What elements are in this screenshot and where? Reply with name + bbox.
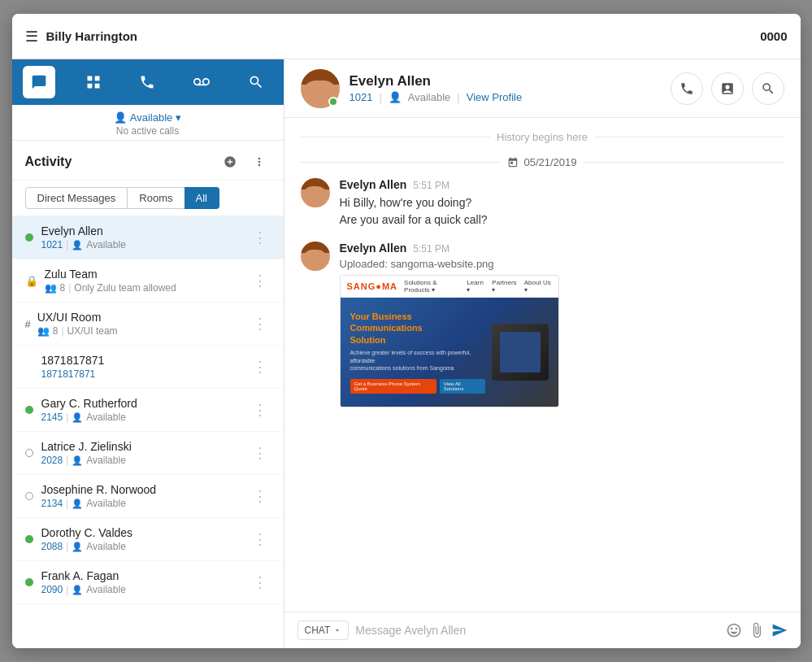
- user-icon-sm: 👤: [72, 412, 83, 423]
- contact-ext: 2134: [41, 498, 63, 509]
- contact-status: Available: [86, 498, 125, 509]
- contact-status: Available: [86, 584, 125, 595]
- contact-ext: 2028: [41, 455, 63, 466]
- user-icon: 👤: [114, 111, 127, 124]
- nav-phone-icon[interactable]: [131, 66, 163, 98]
- member-count: 8: [53, 325, 59, 337]
- chat-area: Evelyn Allen 1021 | 👤 Available | View P…: [284, 59, 801, 648]
- contact-ext: 1871817871: [41, 368, 96, 380]
- nav-grid-icon[interactable]: [77, 66, 110, 98]
- chat-messages: History begins here 05/21/2019: [284, 118, 801, 612]
- contact-ext: 2088: [41, 541, 63, 552]
- chat-type-label: CHAT: [305, 625, 331, 636]
- member-icon: 👥: [45, 282, 57, 294]
- member-icon: 👥: [37, 325, 50, 337]
- contact-more-button[interactable]: ⋮: [250, 311, 271, 336]
- sidebar-header: Activity: [12, 141, 284, 181]
- send-button[interactable]: [771, 622, 788, 638]
- msg-text-1b: Are you avail for a quick call?: [340, 211, 784, 229]
- chat-header-info: Evelyn Allen 1021 | 👤 Available | View P…: [350, 73, 671, 103]
- online-badge: [328, 97, 338, 107]
- sangoma-nav-items: Solutions & Products ▾ Learn ▾ Partners …: [404, 279, 551, 294]
- user-icon-sm: 👤: [72, 499, 83, 509]
- tab-rooms[interactable]: Rooms: [128, 187, 184, 209]
- room-desc: Only Zulu team allowed: [74, 282, 176, 294]
- contact-list: Evelyn Allen 1021 | 👤 Available ⋮ 🔒: [12, 216, 284, 648]
- contact-item-frank-fagan[interactable]: Frank A. Fagan 2090 | 👤 Available ⋮: [12, 561, 284, 604]
- chat-type-selector[interactable]: CHAT: [297, 621, 350, 640]
- contact-item-gary-rutherford[interactable]: Gary C. Rutherford 2145 | 👤 Available ⋮: [12, 389, 284, 432]
- chat-header: Evelyn Allen 1021 | 👤 Available | View P…: [284, 59, 801, 118]
- profile-button[interactable]: [711, 72, 744, 105]
- message-avatar-2: [301, 242, 330, 271]
- call-button[interactable]: [671, 72, 703, 105]
- hamburger-icon[interactable]: ☰: [25, 28, 38, 46]
- search-chat-button[interactable]: [752, 72, 784, 105]
- contact-item-dorothy-valdes[interactable]: Dorothy C. Valdes 2088 | 👤 Available ⋮: [12, 518, 284, 561]
- contact-item-number[interactable]: 1871817871 1871817871 ⋮: [12, 346, 284, 389]
- contact-info: UX/UI Room 👥 8 | UX/UI team: [37, 311, 250, 337]
- sangoma-btn-quote: Get a Business Phone System Quote: [350, 379, 436, 394]
- contact-more-button[interactable]: ⋮: [250, 398, 271, 422]
- user-icon-sm: 👤: [72, 542, 83, 552]
- nav-search-icon[interactable]: [240, 66, 272, 98]
- sangoma-hero-text: Your BusinessCommunicationsSolution Achi…: [350, 311, 485, 394]
- contact-name: Dorothy C. Valdes: [41, 526, 250, 539]
- lock-icon: 🔒: [25, 275, 38, 287]
- sidebar: 👤 Available ▾ No active calls Activity: [12, 59, 284, 648]
- app-title: Billy Harrington: [46, 29, 138, 43]
- user-status-section: 👤 Available ▾ No active calls: [12, 105, 284, 141]
- add-activity-button[interactable]: [219, 150, 241, 173]
- nav-voicemail-icon[interactable]: [185, 66, 218, 98]
- message-row-2: Evelyn Allen 5:51 PM Uploaded: sangoma-w…: [301, 242, 784, 407]
- contact-item-evelyn-allen[interactable]: Evelyn Allen 1021 | 👤 Available ⋮: [12, 216, 284, 259]
- chat-contact-name: Evelyn Allen: [350, 73, 671, 89]
- sangoma-preview: SANG●MA Solutions & Products ▾ Learn ▾ P…: [340, 275, 559, 407]
- tab-all[interactable]: All: [185, 187, 219, 209]
- user-icon-sm: 👤: [72, 455, 83, 466]
- contact-more-button[interactable]: ⋮: [250, 441, 271, 465]
- chat-contact-ext: 1021: [350, 91, 373, 103]
- contact-status: Available: [86, 239, 125, 250]
- contact-name: Frank A. Fagan: [41, 569, 250, 582]
- status-dot-online: [25, 535, 33, 543]
- contact-name: Evelyn Allen: [41, 224, 250, 237]
- chat-message-input[interactable]: [355, 624, 719, 637]
- chevron-down-icon: ▾: [176, 111, 181, 124]
- contact-item-josephine-norwood[interactable]: Josephine R. Norwood 2134 | 👤 Available …: [12, 475, 284, 518]
- contact-more-button[interactable]: ⋮: [250, 355, 271, 379]
- status-dot-hollow: [25, 449, 33, 457]
- sidebar-header-actions: [219, 150, 271, 173]
- sangoma-btn-solutions: View All Solutions: [440, 379, 485, 394]
- view-profile-link[interactable]: View Profile: [467, 91, 522, 103]
- contact-status: Available: [86, 455, 125, 466]
- emoji-button[interactable]: [726, 622, 742, 638]
- chat-header-meta: 1021 | 👤 Available | View Profile: [350, 91, 671, 103]
- contact-meta: 👥 8 | UX/UI team: [37, 325, 250, 337]
- contact-name: Gary C. Rutherford: [41, 397, 250, 410]
- chevron-down-icon: [333, 626, 341, 634]
- chat-input-actions: [726, 622, 788, 638]
- top-bar-left: ☰ Billy Harrington: [25, 28, 138, 46]
- contact-more-button[interactable]: ⋮: [250, 484, 271, 508]
- contact-item-uxui-room[interactable]: # UX/UI Room 👥 8 | UX/UI team ⋮: [12, 303, 284, 346]
- app-extension: 0000: [760, 29, 787, 43]
- contact-item-latrice-zielinski[interactable]: Latrice J. Zielinski 2028 | 👤 Available …: [12, 432, 284, 475]
- msg-header-2: Evelyn Allen 5:51 PM: [340, 242, 784, 255]
- contact-more-button[interactable]: ⋮: [250, 225, 271, 250]
- status-dot-hollow: [25, 492, 33, 500]
- hash-icon: #: [25, 318, 31, 330]
- contact-more-button[interactable]: ⋮: [250, 527, 271, 551]
- contact-more-button[interactable]: ⋮: [250, 570, 271, 594]
- status-selector[interactable]: 👤 Available ▾: [114, 111, 182, 124]
- chat-contact-status: Available: [408, 91, 451, 103]
- more-options-button[interactable]: [248, 150, 271, 173]
- tab-direct-messages[interactable]: Direct Messages: [25, 187, 128, 209]
- user-icon-sm: 👤: [389, 91, 402, 103]
- nav-chat-icon[interactable]: [23, 66, 55, 98]
- contact-name: Latrice J. Zielinski: [41, 440, 250, 453]
- sangoma-navbar: SANG●MA Solutions & Products ▾ Learn ▾ P…: [341, 276, 558, 298]
- contact-item-zulu-team[interactable]: 🔒 Zulu Team 👥 8 | Only Zulu team allowed…: [12, 259, 284, 303]
- attachment-button[interactable]: [749, 622, 765, 638]
- contact-more-button[interactable]: ⋮: [250, 268, 271, 293]
